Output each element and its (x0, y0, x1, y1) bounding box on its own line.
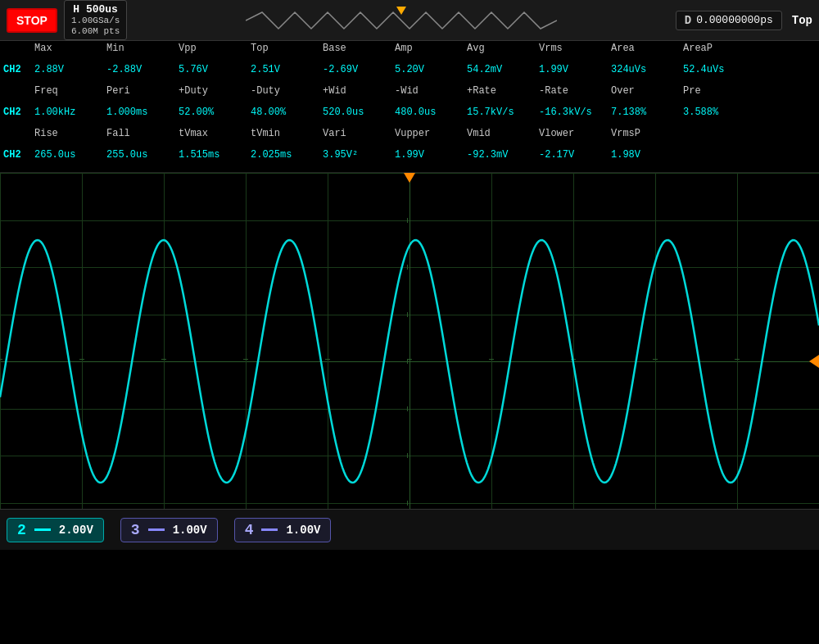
ch3-divider-icon (148, 528, 165, 531)
ch2-label-row2: CH2 (3, 107, 34, 118)
trigger-time-value: 0.00000000ps (696, 14, 773, 26)
meas-header-row2: CH2 Freq Peri +Duty -Duty +Wid -Wid +Rat… (3, 85, 816, 107)
header-nrate: -Rate (539, 85, 611, 97)
trigger-time-box: D 0.00000000ps Top (676, 11, 812, 30)
ch2-scale: 2.00V (59, 524, 93, 537)
ch2-divider-icon (34, 528, 51, 531)
val-area: 324uVs (611, 64, 683, 75)
val-min: -2.88V (106, 64, 179, 75)
header-vrms: Vrms (539, 43, 611, 54)
ch4-scale: 1.00V (286, 524, 320, 537)
ch3-number: 3 (131, 522, 140, 538)
channel-bar: 2 2.00V 3 1.00V 4 1.00V (0, 509, 819, 550)
val-pre: 3.588% (683, 107, 755, 118)
val-rise: 265.0us (34, 149, 106, 161)
header-amp: Amp (395, 43, 467, 54)
h-label: H (73, 3, 79, 16)
val-areap: 52.4uVs (683, 64, 755, 75)
channel-4-item[interactable]: 4 1.00V (234, 518, 332, 542)
timebase-value: 500us (86, 3, 118, 16)
ch3-scale: 1.00V (173, 524, 207, 537)
header-vupper: Vupper (395, 128, 467, 139)
meas-header-row1: CH2 Max Min Vpp Top Base Amp Avg Vrms Ar… (3, 43, 816, 64)
header-pre: Pre (683, 85, 755, 97)
ch4-divider-icon (261, 528, 278, 531)
measurements-panel: CH2 Max Min Vpp Top Base Amp Avg Vrms Ar… (0, 41, 819, 173)
d-label: D (685, 14, 691, 27)
trigger-display (133, 0, 668, 40)
timebase-box[interactable]: H 500us 1.00GSa/s 6.00M pts (64, 0, 127, 40)
sample-rate: 1.00GSa/s (71, 16, 120, 25)
header-tvmin: tVmin (251, 128, 323, 139)
val-vrmsp: 1.98V (611, 149, 683, 161)
val-tvmin: 2.025ms (251, 149, 323, 161)
ch2-number: 2 (17, 522, 26, 538)
val-over: 7.138% (611, 107, 683, 118)
val-nrate: -16.3kV/s (539, 107, 611, 118)
header-vpp: Vpp (179, 43, 251, 54)
header-avg: Avg (467, 43, 539, 54)
header-area: Area (611, 43, 683, 54)
meas-value-row1: CH2 2.88V -2.88V 5.76V 2.51V -2.69V 5.20… (3, 64, 816, 85)
val-top: 2.51V (251, 64, 323, 75)
val-tvmax: 1.515ms (179, 149, 251, 161)
header-freq: Freq (34, 85, 106, 97)
val-vupper: 1.99V (395, 149, 467, 161)
meas-value-row3: CH2 265.0us 255.0us 1.515ms 2.025ms 3.95… (3, 149, 816, 170)
val-nwid: 480.0us (395, 107, 467, 118)
header-peri: Peri (106, 85, 179, 97)
header-min: Min (106, 43, 179, 54)
header-nduty: -Duty (251, 85, 323, 97)
header-top: Top (251, 43, 323, 54)
val-base: -2.69V (323, 64, 395, 75)
val-amp: 5.20V (395, 64, 467, 75)
val-pwid: 520.0us (323, 107, 395, 118)
trigger-arrow-top (396, 7, 406, 15)
stop-button[interactable]: STOP (7, 8, 57, 33)
ch2-label-row3: CH2 (3, 149, 34, 161)
val-vpp: 5.76V (179, 64, 251, 75)
val-vrms: 1.99V (539, 64, 611, 75)
header-areap: AreaP (683, 43, 755, 54)
header-fall: Fall (106, 128, 179, 139)
scope-display: 2 2.00V 3 1.00V 4 1.00V (0, 173, 819, 550)
mem-depth: 6.00M pts (71, 26, 120, 36)
channel-3-item[interactable]: 3 1.00V (120, 518, 218, 542)
waveform-svg (0, 173, 819, 550)
ch2-label-row1: CH2 (3, 64, 34, 75)
header-over: Over (611, 85, 683, 97)
val-avg: 54.2mV (467, 64, 539, 75)
val-pduty: 52.00% (179, 107, 251, 118)
val-freq: 1.00kHz (34, 107, 106, 118)
header-tvmax: tVmax (179, 128, 251, 139)
meas-value-row2: CH2 1.00kHz 1.000ms 52.00% 48.00% 520.0u… (3, 107, 816, 128)
header-base: Base (323, 43, 395, 54)
header-vlower: Vlower (539, 128, 611, 139)
header-prate: +Rate (467, 85, 539, 97)
val-nduty: 48.00% (251, 107, 323, 118)
header-pduty: +Duty (179, 85, 251, 97)
ch4-number: 4 (245, 522, 254, 538)
val-fall: 255.0us (106, 149, 179, 161)
val-peri: 1.000ms (106, 107, 179, 118)
header-nwid: -Wid (395, 85, 467, 97)
val-vari: 3.95V² (323, 149, 395, 161)
channel-2-item[interactable]: 2 2.00V (7, 518, 104, 542)
header-vari: Vari (323, 128, 395, 139)
header-vrmsp: VrmsP (611, 128, 683, 139)
val-vlower: -2.17V (539, 149, 611, 161)
header-rise: Rise (34, 128, 106, 139)
val-vmid: -92.3mV (467, 149, 539, 161)
header-max: Max (34, 43, 106, 54)
val-prate: 15.7kV/s (467, 107, 539, 118)
header-vmid: Vmid (467, 128, 539, 139)
toolbar: STOP H 500us 1.00GSa/s 6.00M pts D 0.000… (0, 0, 819, 41)
header-pwid: +Wid (323, 85, 395, 97)
meas-header-row3: CH2 Rise Fall tVmax tVmin Vari Vupper Vm… (3, 128, 816, 149)
top-label-display: Top (792, 14, 812, 27)
val-max: 2.88V (34, 64, 106, 75)
